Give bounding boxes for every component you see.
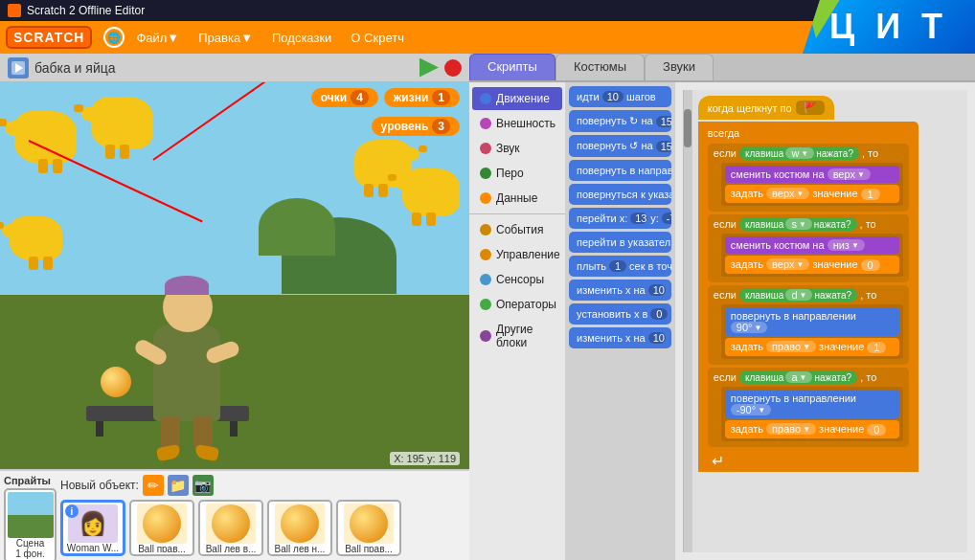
menu-about[interactable]: О Скретч xyxy=(343,27,412,49)
scene-thumb xyxy=(8,492,54,538)
forever-label: всегда xyxy=(708,125,909,141)
cat-operators[interactable]: Операторы xyxy=(472,293,562,316)
if-block-1[interactable]: если клавиша s▼ нажата? , то сменить кос… xyxy=(708,214,909,282)
right-script-panel: когда щелкнут по 🚩 всегда если клавиша w… xyxy=(691,90,967,552)
sprite-thumb-2 xyxy=(206,504,256,544)
block-2[interactable]: повернуть ↺ на 15 градусов xyxy=(569,135,671,157)
if-block-2[interactable]: если клавиша d▼ нажата? , то повернуть в… xyxy=(708,285,909,365)
lives-value: 1 xyxy=(432,90,450,105)
cat-data[interactable]: Данные xyxy=(472,187,562,210)
cat-looks[interactable]: Внешность xyxy=(472,112,562,135)
action-3-0[interactable]: повернуть в направлении -90°▼ xyxy=(725,390,899,418)
cat-dot-sensing xyxy=(480,274,491,285)
categories-panel: Движение Внешность Звук Перо Данные xyxy=(469,82,565,560)
red-line-1 xyxy=(152,82,295,161)
cat-divider xyxy=(469,213,565,214)
cat-dot-pen xyxy=(480,168,491,179)
tabs: Скрипты Костюмы Звуки xyxy=(469,54,975,82)
action-1-1[interactable]: задать верх▼ значение 0 xyxy=(725,256,899,274)
cat-dot-control xyxy=(480,249,491,260)
level-badge: уровень 3 xyxy=(372,117,460,136)
action-3-1[interactable]: задать право▼ значение 0 xyxy=(725,420,899,438)
block-4[interactable]: повернуться к указатель мышки xyxy=(569,184,671,205)
menu-hints[interactable]: Подсказки xyxy=(264,27,339,49)
stage-title: бабка и яйца xyxy=(34,60,414,76)
sprite-item-3[interactable]: Ball лев н... xyxy=(267,500,332,556)
if-condition-0: если клавиша w▼ нажата? , то xyxy=(714,146,903,160)
cat-control[interactable]: Управление xyxy=(472,243,562,266)
sprite-thumb-3 xyxy=(275,504,325,544)
script-canvas[interactable]: когда щелкнут по 🚩 всегда если клавиша w… xyxy=(675,82,975,560)
new-sprite-camera[interactable]: 📷 xyxy=(193,475,214,496)
sprite-item-2[interactable]: Ball лев в... xyxy=(198,500,263,556)
character xyxy=(153,325,220,421)
scene-sub: 1 фон. xyxy=(15,549,44,559)
if-condition-3: если клавиша a▼ нажата? , то xyxy=(714,370,903,384)
block-5[interactable]: перейти x: 13 y: -79 xyxy=(569,208,671,229)
tab-scripts[interactable]: Скрипты xyxy=(469,54,556,80)
bird-4 xyxy=(402,168,460,216)
action-0-1[interactable]: задать верх▼ значение 1 xyxy=(725,185,899,203)
sprite-item-0[interactable]: i 👩 Woman W... xyxy=(60,500,125,556)
cat-more[interactable]: Другие блоки xyxy=(472,318,562,354)
action-2-0[interactable]: повернуть в направлении 90°▼ xyxy=(725,307,899,336)
stage-header: бабка и яйца xyxy=(0,54,469,82)
stage-canvas: очки 4 жизни 1 уровень 3 xyxy=(0,82,469,469)
block-8[interactable]: изменить x на 10 xyxy=(569,280,671,301)
green-flag-button[interactable] xyxy=(419,58,439,78)
cit-logo: Ц И Т xyxy=(803,0,975,54)
tab-sounds[interactable]: Звуки xyxy=(645,54,714,80)
score-badge: очки 4 xyxy=(311,88,378,107)
sprite-item-1[interactable]: Ball прав... xyxy=(129,500,194,556)
if-body-2: повернуть в направлении 90°▼ задать прав… xyxy=(721,304,903,359)
ball-1 xyxy=(101,367,131,397)
scene-name: Сцена xyxy=(16,538,44,549)
sprite-info-icon-0[interactable]: i xyxy=(65,504,79,518)
scrollbar-thumb[interactable] xyxy=(684,109,692,147)
block-1[interactable]: повернуть ↻ на 15 градусов xyxy=(569,110,671,132)
globe-icon[interactable]: 🌐 xyxy=(103,27,125,48)
if-body-3: повернуть в направлении -90°▼ задать пра… xyxy=(721,387,903,441)
block-palette: идти 10 шагов повернуть ↻ на 15 градусов… xyxy=(565,82,675,560)
score-value: 4 xyxy=(351,90,369,105)
if-block-3[interactable]: если клавиша a▼ нажата? , то повернуть в… xyxy=(708,368,909,447)
condition-pill-0: клавиша w▼ нажата? xyxy=(739,146,859,160)
sprite-name-3: Ball лев н... xyxy=(271,544,329,552)
sprite-thumb-1 xyxy=(137,504,187,544)
if-block-0[interactable]: если клавиша w▼ нажата? , то сменить кос… xyxy=(708,144,909,212)
block-9[interactable]: установить x в 0 xyxy=(569,303,671,325)
if-condition-2: если клавиша d▼ нажата? , то xyxy=(714,288,903,302)
sprite-name-2: Ball лев в... xyxy=(202,544,260,552)
cat-motion[interactable]: Движение xyxy=(472,87,562,110)
new-object-bar: Новый объект: ✏ 📁 📷 xyxy=(60,475,465,496)
bench-leg-1 xyxy=(96,421,103,437)
level-value: 3 xyxy=(432,119,450,134)
forever-block[interactable]: всегда если клавиша w▼ нажата? , то смен… xyxy=(698,122,918,472)
block-0[interactable]: идти 10 шагов xyxy=(569,86,671,107)
scene-item[interactable]: Сцена 1 фон. xyxy=(4,488,57,560)
red-line-2 xyxy=(29,140,203,222)
block-10[interactable]: изменить x на 10 xyxy=(569,327,671,348)
cat-sound[interactable]: Звук xyxy=(472,137,562,160)
palette-scrollbar[interactable] xyxy=(683,90,691,552)
tab-costumes[interactable]: Костюмы xyxy=(556,54,645,80)
new-sprite-paint[interactable]: ✏ xyxy=(143,475,164,496)
sprite-item-4[interactable]: Ball прав... xyxy=(336,500,401,556)
cat-sensing[interactable]: Сенсоры xyxy=(472,268,562,291)
menu-edit[interactable]: Правка▼ xyxy=(191,27,261,49)
hat-block[interactable]: когда щелкнут по 🚩 xyxy=(698,96,834,120)
block-3[interactable]: повернуть в направлении 90° xyxy=(569,160,671,181)
action-2-1[interactable]: задать право▼ значение 1 xyxy=(725,338,899,356)
menu-file[interactable]: Файл▼ xyxy=(128,27,187,49)
scenes-list: Спрайты Сцена 1 фон. xyxy=(4,475,57,556)
stop-button[interactable] xyxy=(444,59,462,77)
cat-events[interactable]: События xyxy=(472,218,562,241)
cat-dot-operators xyxy=(480,299,491,310)
cat-pen[interactable]: Перо xyxy=(472,162,562,185)
block-6[interactable]: перейти в указатель мышки xyxy=(569,232,671,253)
new-sprite-folder[interactable]: 📁 xyxy=(168,475,189,496)
action-1-0[interactable]: сменить костюм на низ▼ xyxy=(725,236,899,254)
block-7[interactable]: плыть 1 сек в точку x: 1 xyxy=(569,256,671,277)
action-0-0[interactable]: сменить костюм на верх▼ xyxy=(725,166,899,183)
if-body-0: сменить костюм на верх▼ задать верх▼ зна… xyxy=(721,163,903,206)
